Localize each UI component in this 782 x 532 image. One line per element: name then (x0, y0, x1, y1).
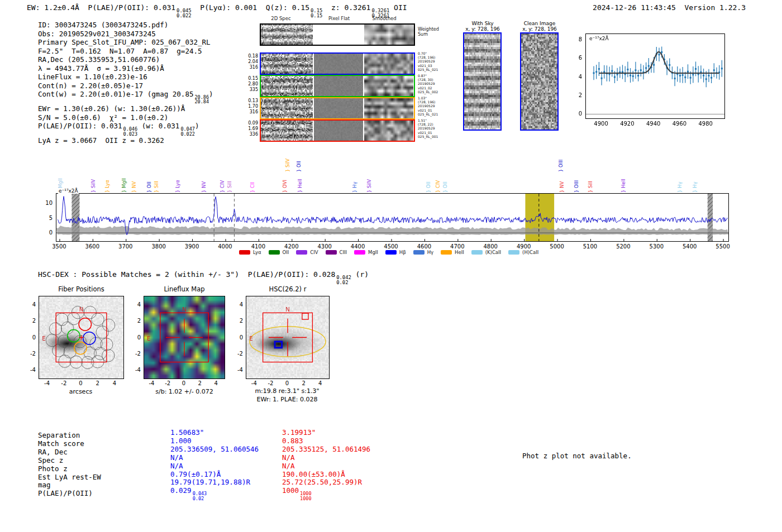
match-red-value: 3.19913" (282, 429, 370, 437)
axis-tick-label: -2 (61, 380, 66, 386)
match-row-label: mag (38, 481, 170, 490)
axis-tick-label: 5400 (683, 243, 697, 250)
match-red-value: N/A (282, 454, 370, 462)
axis-tick-label: 2 (96, 380, 99, 386)
axis-tick-label: -2 (30, 350, 36, 356)
text-segment: 205.335125, 51.061496 (282, 445, 370, 453)
spectral-line-label: } SiII (154, 181, 159, 193)
hsc-image-canvas (246, 296, 329, 378)
info-line: Cont(n) = 2.20(±0.05)e-17 (38, 82, 213, 90)
axis-tick-label: 5 (49, 214, 53, 221)
match-row-label: P(LAE)/P(OII) (38, 490, 170, 504)
pixel-flat-image (314, 121, 363, 141)
subscript: 0.022 (180, 132, 195, 137)
axis-tick-label: 4 (113, 380, 116, 386)
with-sky-image (464, 33, 500, 130)
text-segment: 19.79(19.71,19.88)R (170, 478, 250, 486)
axis-tick-label: 4800 (484, 243, 498, 250)
axis-tick-label: 6 (579, 55, 582, 61)
weight-value: 0.15 (244, 76, 258, 82)
spectral-line-label: } MgII (122, 178, 127, 193)
weighted-sum-label: Weighted Sum (418, 27, 439, 37)
smoothed-2d-image (364, 54, 413, 74)
legend-swatch (441, 250, 452, 255)
text-segment: 1.000 (170, 437, 192, 445)
legend-item: CIV (296, 250, 318, 255)
axis-tick-label: -4 (135, 367, 141, 373)
match-blue-value: 0.79(±0.17)Å (170, 471, 282, 479)
text-segment: P(LAE)/P(OII): 0.031 (38, 122, 122, 130)
fiber-positions-title: Fiber Positions (39, 285, 124, 293)
lineflux-y-axis: -4-2024 (128, 296, 142, 378)
smoothed-2d-image (364, 121, 413, 141)
match-blue-value: 205.336509, 51.060546 (170, 445, 282, 454)
with-sky-coords: x, y: 728, 196 (465, 26, 500, 32)
spectral-line-label: } NV (560, 181, 565, 193)
text-segment: N/A (170, 453, 183, 462)
annotation-line: (728, 196) (418, 55, 442, 59)
info-line: EWr = 1.30(±0.26) (w: 1.30(±0.26))Å (38, 104, 213, 113)
axis-tick-label: 10 (45, 200, 53, 206)
legend-item: OII (269, 250, 289, 255)
summary-header: EW: 1.2±0.4Å P(LAE)/P(OII): 0.0310.0450.… (27, 3, 407, 18)
match-row-label: Match score (38, 440, 170, 448)
info-line: Obs: 20190529v021_3003473245 (38, 30, 213, 39)
match-blue-value: 0.0290.0430.02 (170, 487, 282, 501)
spectral-line-label: } HeII (298, 179, 303, 193)
axis-tick-label: 2 (198, 380, 202, 386)
legend-label: (K)CaII (485, 250, 501, 255)
axis-tick-label: -4 (44, 380, 50, 386)
info-line: S/N = 5.0(±0.6) χ² = 1.0(±0.2) (38, 113, 213, 122)
axis-tick-label: -2 (268, 380, 273, 386)
fit-x-axis: 49004920494049604980 (585, 121, 724, 128)
text-segment: N/A (170, 462, 183, 470)
axis-tick-label: 4 (214, 380, 217, 386)
axis-tick-label: -4 (237, 367, 243, 373)
axis-tick-label: -2 (165, 380, 170, 386)
text-segment: N/A (282, 453, 295, 462)
match-red-value: 190.00(±53.00)Å (282, 471, 370, 479)
text-segment: (r) (351, 270, 369, 279)
match-row-label: RA, Dec (38, 448, 170, 457)
annotation-line: 20190529 (418, 126, 442, 130)
text-segment: 190.00(±53.00)Å (282, 470, 345, 478)
match-red-value: N/A (282, 462, 370, 471)
text-segment: 0.79(±0.17)Å (170, 470, 221, 478)
text-segment: 1000 (282, 486, 299, 495)
subscript: 1000 (300, 496, 311, 501)
weight-value: 0.18 (244, 54, 258, 59)
legend-swatch (413, 250, 425, 255)
axis-tick-label: 4920 (620, 121, 634, 127)
match-row-label: Est LyA rest-EW (38, 473, 170, 482)
text-segment: S/N = 5.0(±0.6) χ² = 1.0(±0.2) (38, 113, 168, 122)
2d-spec-image (261, 121, 313, 141)
axis-tick-label: 4500 (384, 243, 398, 250)
axis-tick-label: -4 (251, 380, 257, 386)
match-blue-value: 1.000 (170, 437, 282, 445)
axis-tick-label: 4900 (594, 121, 608, 127)
legend-item: Hβ (385, 250, 406, 255)
sup-sub-fraction: 0.0430.02 (193, 491, 207, 501)
fiber-x-axis: -4-2024 (39, 380, 123, 387)
2d-spec-image (261, 54, 313, 74)
fiber-x-label: arcsecs (39, 388, 123, 395)
axis-tick-label: 4100 (251, 243, 265, 250)
weight-value: 2.80 (244, 82, 258, 87)
axis-tick-label: 2 (240, 318, 243, 324)
legend-swatch (239, 250, 250, 255)
annotation-line: 20190529 (418, 104, 442, 108)
text-segment: z: 0.3261 (322, 3, 370, 12)
annotation-line: v021_02 (418, 86, 442, 90)
axis-tick-label: 3500 (52, 243, 66, 250)
axis-tick-label: 4300 (317, 243, 331, 250)
fiber-row-annotation: 0.70"(728, 196)20190529v021_03025_RL_021 (418, 51, 442, 71)
elixer-detection-report: EW: 1.2±0.4Å P(LAE)/P(OII): 0.0310.0450.… (0, 0, 782, 532)
hsc-image-plot (246, 296, 330, 379)
legend-swatch (471, 250, 483, 255)
legend-swatch (354, 250, 365, 255)
axis-tick-label: 0 (79, 380, 82, 386)
axis-tick-label: -2 (237, 350, 243, 356)
weight-value: 335 (244, 87, 258, 93)
annotation-line: 20190529 (418, 59, 442, 63)
text-segment: 205.336509, 51.060546 (170, 445, 259, 453)
